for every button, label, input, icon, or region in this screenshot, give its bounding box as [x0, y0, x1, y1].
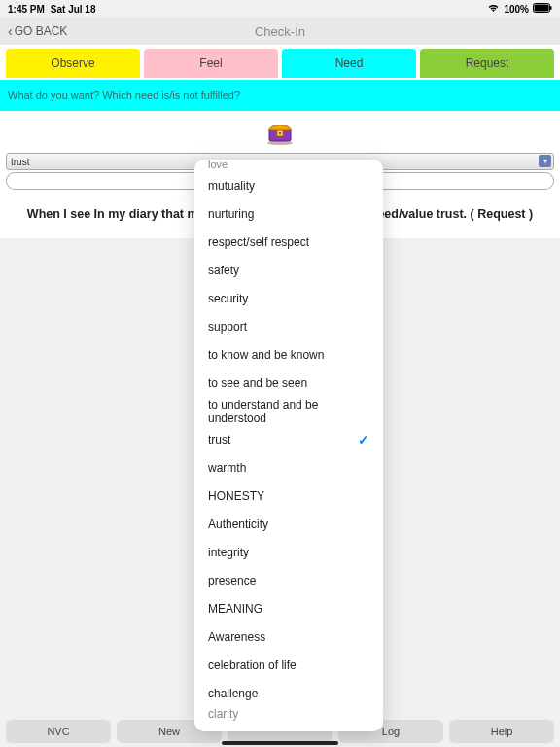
dropdown-item[interactable]: celebration of life: [194, 651, 383, 679]
dropdown-item-label: HONESTY: [208, 489, 264, 503]
dropdown-item[interactable]: safety: [194, 256, 383, 284]
dropdown-item[interactable]: trust✓: [194, 425, 383, 453]
dropdown-item-label: to see and be seen: [208, 376, 307, 390]
check-icon: ✓: [358, 432, 369, 447]
dropdown-item[interactable]: Authenticity: [194, 510, 383, 538]
nvc-button[interactable]: NVC: [6, 720, 111, 743]
dropdown-item-label: respect/self respect: [208, 235, 309, 249]
dropdown-item[interactable]: challenge: [194, 679, 383, 707]
dropdown-item-label: nurturing: [208, 207, 254, 221]
need-dropdown[interactable]: lovemutualitynurturingrespect/self respe…: [194, 160, 383, 731]
help-button[interactable]: Help: [449, 720, 554, 743]
svg-point-3: [267, 141, 293, 145]
dropdown-item[interactable]: presence: [194, 566, 383, 594]
dropdown-item-label: celebration of life: [208, 658, 297, 672]
battery-icon: [533, 3, 552, 15]
dropdown-item[interactable]: MEANING: [194, 594, 383, 622]
status-time: 1:45 PM: [8, 4, 45, 15]
prompt-text: What do you want? Which need is/is not f…: [0, 80, 560, 111]
dropdown-item[interactable]: warmth: [194, 453, 383, 481]
dropdown-item-label: Awareness: [208, 630, 265, 644]
dropdown-item[interactable]: to see and be seen: [194, 369, 383, 397]
dropdown-item-label: integrity: [208, 546, 249, 559]
dropdown-item-label: presence: [208, 574, 256, 587]
dropdown-item[interactable]: to know and be known: [194, 340, 383, 369]
dropdown-item[interactable]: security: [194, 284, 383, 312]
dropdown-item-label: challenge: [208, 687, 258, 700]
svg-point-6: [279, 132, 281, 134]
tab-row: Observe Feel Need Request: [0, 45, 560, 80]
dropdown-item-label: trust: [208, 433, 230, 446]
home-indicator[interactable]: [222, 741, 338, 745]
dropdown-item[interactable]: nurturing: [194, 199, 383, 228]
sentence-pre: When I see In my diary that my: [27, 207, 205, 221]
dropdown-item-label: to understand and be understood: [208, 398, 369, 425]
dropdown-item[interactable]: clarity: [194, 707, 383, 721]
dropdown-item[interactable]: integrity: [194, 538, 383, 566]
tab-feel[interactable]: Feel: [144, 49, 278, 78]
select-value: trust: [11, 157, 29, 167]
status-bar: 1:45 PM Sat Jul 18 100%: [0, 0, 560, 18]
dropdown-item-label: security: [208, 292, 248, 305]
dropdown-item-label: mutuality: [208, 179, 255, 193]
dropdown-item-label: to know and be known: [208, 348, 324, 362]
dropdown-item-label: support: [208, 320, 247, 334]
chevron-left-icon: ‹: [8, 23, 13, 39]
dropdown-item[interactable]: respect/self respect: [194, 228, 383, 256]
select-arrow-icon: ▾: [539, 155, 551, 167]
dropdown-item[interactable]: love: [194, 160, 383, 171]
svg-rect-1: [535, 5, 549, 12]
dropdown-item[interactable]: to understand and be understood: [194, 397, 383, 425]
nav-bar: ‹ GO BACK Check-In: [0, 18, 560, 45]
dropdown-item[interactable]: Awareness: [194, 622, 383, 651]
dropdown-item[interactable]: HONESTY: [194, 481, 383, 510]
dropdown-item[interactable]: mutuality: [194, 171, 383, 199]
tab-observe[interactable]: Observe: [6, 49, 140, 78]
dropdown-item-label: safety: [208, 264, 239, 277]
dropdown-item[interactable]: support: [194, 312, 383, 340]
page-title: Check-In: [255, 24, 305, 39]
dropdown-item-label: warmth: [208, 461, 246, 475]
dropdown-item-label: MEANING: [208, 602, 262, 616]
treasure-chest-icon[interactable]: [263, 118, 297, 145]
back-button[interactable]: ‹ GO BACK: [0, 23, 75, 39]
battery-percent: 100%: [504, 4, 529, 15]
status-date: Sat Jul 18: [51, 4, 96, 15]
tab-need[interactable]: Need: [282, 49, 416, 78]
dropdown-item-label: Authenticity: [208, 517, 268, 531]
back-label: GO BACK: [15, 24, 68, 38]
svg-rect-2: [550, 6, 552, 10]
wifi-icon: [487, 3, 500, 15]
tab-request[interactable]: Request: [420, 49, 554, 78]
